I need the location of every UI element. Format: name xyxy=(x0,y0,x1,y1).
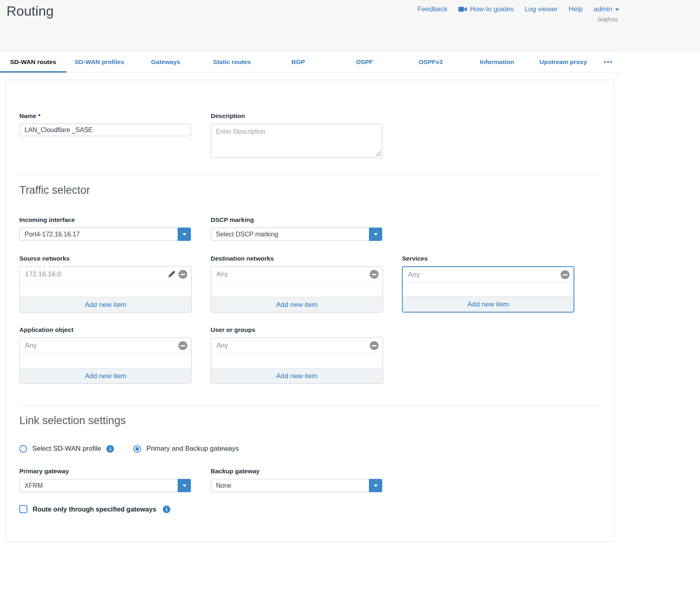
help-link[interactable]: Help xyxy=(569,5,583,13)
tab-sdwan-profiles[interactable]: SD-WAN profiles xyxy=(66,52,133,72)
traffic-selector-heading: Traffic selector xyxy=(19,184,90,197)
tab-ospfv3[interactable]: OSPFv3 xyxy=(398,52,464,72)
list-item: Any xyxy=(20,338,191,354)
source-networks-box: 172.16.16.0 Add new item xyxy=(19,266,192,313)
sdwan-profile-radio-label: Select SD-WAN profile xyxy=(32,445,101,453)
sdwan-profile-radio[interactable] xyxy=(19,445,27,453)
tabs-more-button[interactable]: ••• xyxy=(596,52,621,72)
caret-down-icon xyxy=(374,485,378,487)
how-to-guides-link[interactable]: How-to guides xyxy=(458,5,514,13)
sdwan-route-form-panel: Name * Description Traffic selector Inco… xyxy=(6,80,614,542)
link-selection-heading: Link selection settings xyxy=(19,414,126,427)
remove-item-icon[interactable] xyxy=(370,341,379,350)
user-or-groups-add-button[interactable]: Add new item xyxy=(211,368,383,383)
description-field-wrap xyxy=(211,124,382,158)
primary-gateway-value: XFRM xyxy=(25,479,43,492)
required-asterisk: * xyxy=(38,112,41,119)
description-label: Description xyxy=(211,112,245,120)
tab-gateways[interactable]: Gateways xyxy=(133,52,199,72)
tab-upstream-proxy[interactable]: Upstream proxy xyxy=(530,52,596,72)
primary-backup-gateways-radio[interactable] xyxy=(133,445,141,453)
tab-bgp[interactable]: BGP xyxy=(265,52,331,72)
incoming-interface-value: Port4-172.16.16.17 xyxy=(25,228,80,241)
primary-backup-gateways-radio-label: Primary and Backup gateways xyxy=(146,445,239,453)
info-icon[interactable] xyxy=(106,445,114,453)
backup-gateway-label: Backup gateway xyxy=(211,468,259,475)
tab-ospf[interactable]: OSPF xyxy=(331,52,398,72)
tab-static-routes[interactable]: Static routes xyxy=(199,52,265,72)
tab-bar: SD-WAN routes SD-WAN profiles Gateways S… xyxy=(0,51,620,73)
name-label: Name * xyxy=(19,112,41,120)
remove-item-icon[interactable] xyxy=(370,270,379,279)
destination-networks-label: Destination networks xyxy=(211,255,274,262)
services-box: Any Add new item xyxy=(402,266,574,313)
list-item: Any xyxy=(403,267,574,283)
backup-gateway-value: None xyxy=(216,479,231,492)
video-camera-icon xyxy=(458,6,467,12)
tab-information[interactable]: Information xyxy=(464,52,530,72)
list-item: Any xyxy=(211,338,383,354)
source-networks-add-button[interactable]: Add new item xyxy=(20,297,191,312)
primary-gateway-label: Primary gateway xyxy=(19,468,69,475)
primary-gateway-dropdown-button[interactable] xyxy=(178,479,191,492)
info-icon[interactable] xyxy=(163,505,170,513)
remove-item-icon[interactable] xyxy=(178,341,187,350)
section-divider xyxy=(19,405,601,406)
list-item: 172.16.16.0 xyxy=(20,267,191,282)
services-add-button[interactable]: Add new item xyxy=(403,296,574,312)
chevron-down-icon xyxy=(615,8,619,11)
top-header: Routing Feedback How-to guides Log viewe… xyxy=(0,0,700,51)
feedback-link[interactable]: Feedback xyxy=(417,5,447,13)
incoming-interface-select[interactable]: Port4-172.16.16.17 xyxy=(19,228,191,241)
route-only-checkbox-row: Route only through specified gateways xyxy=(19,505,170,513)
dscp-marking-value: Select DSCP marking xyxy=(216,228,278,241)
application-object-add-button[interactable]: Add new item xyxy=(20,368,191,383)
route-only-checkbox[interactable] xyxy=(19,505,27,513)
section-divider xyxy=(19,174,601,175)
log-viewer-link[interactable]: Log viewer xyxy=(525,5,558,13)
brand-label: Sophos xyxy=(597,16,618,23)
destination-networks-box: Any Add new item xyxy=(211,266,383,313)
caret-down-icon xyxy=(182,485,186,487)
dscp-marking-label: DSCP marking xyxy=(211,216,254,224)
route-only-checkbox-label: Route only through specified gateways xyxy=(33,505,156,513)
caret-down-icon xyxy=(182,233,186,236)
link-selection-radio-group: Select SD-WAN profile Primary and Backup… xyxy=(19,445,239,453)
backup-gateway-select[interactable]: None xyxy=(211,479,382,492)
application-object-label: Application object xyxy=(19,326,73,334)
incoming-interface-label: Incoming interface xyxy=(19,216,75,224)
source-networks-label: Source networks xyxy=(19,255,70,262)
top-nav: Feedback How-to guides Log viewer Help a… xyxy=(417,5,619,13)
admin-menu[interactable]: admin xyxy=(594,5,619,13)
user-or-groups-label: User or groups xyxy=(211,326,255,334)
tab-sdwan-routes[interactable]: SD-WAN routes xyxy=(0,52,66,72)
remove-item-icon[interactable] xyxy=(178,270,187,279)
user-or-groups-box: Any Add new item xyxy=(211,338,383,384)
edit-pencil-icon[interactable] xyxy=(167,270,176,279)
backup-gateway-dropdown-button[interactable] xyxy=(369,479,382,492)
list-item: Any xyxy=(211,267,383,282)
dscp-marking-dropdown-button[interactable] xyxy=(369,228,382,241)
page-title: Routing xyxy=(6,3,54,19)
remove-item-icon[interactable] xyxy=(561,270,570,279)
caret-down-icon xyxy=(374,233,378,236)
name-input[interactable] xyxy=(19,124,191,136)
dscp-marking-select[interactable]: Select DSCP marking xyxy=(211,228,382,241)
destination-networks-add-button[interactable]: Add new item xyxy=(211,297,383,312)
incoming-interface-dropdown-button[interactable] xyxy=(178,228,191,241)
application-object-box: Any Add new item xyxy=(19,338,192,384)
primary-gateway-select[interactable]: XFRM xyxy=(19,479,191,492)
description-input[interactable] xyxy=(211,124,382,158)
services-label: Services xyxy=(402,255,428,262)
